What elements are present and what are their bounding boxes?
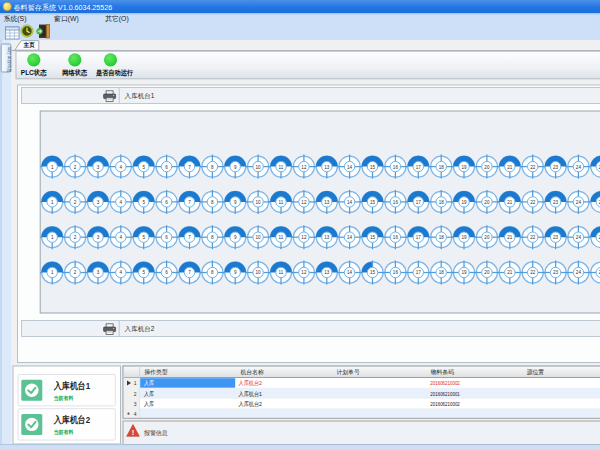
- svg-text:机台名称: 机台名称: [241, 369, 264, 376]
- svg-text:当前有料: 当前有料: [54, 429, 74, 436]
- svg-text:18: 18: [439, 270, 445, 275]
- svg-text:7: 7: [188, 270, 191, 275]
- svg-text:入库机台1: 入库机台1: [53, 380, 90, 391]
- svg-text:10: 10: [256, 200, 262, 205]
- svg-text:2: 2: [134, 391, 137, 397]
- svg-text:13: 13: [324, 235, 330, 240]
- svg-text:2: 2: [74, 235, 77, 240]
- svg-text:4: 4: [120, 165, 123, 170]
- svg-text:是否自动运行: 是否自动运行: [95, 69, 133, 77]
- svg-text:6: 6: [165, 165, 168, 170]
- svg-text:20: 20: [484, 165, 490, 170]
- svg-text:24: 24: [576, 235, 582, 240]
- svg-text:11: 11: [279, 270, 284, 275]
- svg-text:9: 9: [234, 270, 237, 275]
- svg-text:11: 11: [279, 200, 284, 205]
- svg-text:操作类型: 操作类型: [145, 368, 168, 375]
- svg-text:入库机台2: 入库机台2: [53, 414, 90, 425]
- svg-text:15: 15: [370, 270, 376, 275]
- svg-text:10: 10: [256, 235, 262, 240]
- svg-text:6: 6: [165, 235, 168, 240]
- svg-text:17: 17: [416, 270, 422, 275]
- svg-text:当前有料: 当前有料: [54, 395, 74, 402]
- svg-text:1: 1: [51, 165, 54, 170]
- svg-text:入库机台1: 入库机台1: [125, 92, 155, 100]
- svg-text:主页: 主页: [23, 41, 36, 49]
- svg-text:窗口(W): 窗口(W): [54, 15, 79, 23]
- svg-text:PLC状态: PLC状态: [21, 69, 47, 77]
- svg-text:入库机台2: 入库机台2: [239, 400, 263, 408]
- svg-text:16: 16: [393, 165, 399, 170]
- svg-text:15: 15: [370, 235, 376, 240]
- svg-text:21: 21: [507, 165, 513, 170]
- svg-text:23: 23: [553, 235, 559, 240]
- svg-text:14: 14: [347, 200, 353, 205]
- svg-text:17: 17: [416, 165, 422, 170]
- svg-text:23: 23: [553, 270, 559, 275]
- svg-text:22: 22: [530, 270, 536, 275]
- svg-text:13: 13: [324, 165, 330, 170]
- svg-text:源位置: 源位置: [527, 368, 545, 375]
- svg-text:12: 12: [301, 270, 307, 275]
- svg-text:22: 22: [530, 200, 536, 205]
- svg-text:201606210002: 201606210002: [430, 380, 460, 386]
- svg-text:10: 10: [256, 165, 262, 170]
- svg-text:3: 3: [97, 165, 100, 170]
- svg-text:入库: 入库: [144, 400, 154, 407]
- svg-text:1: 1: [51, 200, 54, 205]
- svg-text:15: 15: [370, 200, 376, 205]
- svg-text:16: 16: [393, 235, 399, 240]
- svg-text:17: 17: [416, 235, 422, 240]
- svg-text:20: 20: [484, 235, 490, 240]
- svg-text:24: 24: [576, 200, 582, 205]
- svg-text:1: 1: [134, 380, 137, 386]
- svg-text:16: 16: [393, 270, 399, 275]
- svg-text:23: 23: [553, 165, 559, 170]
- svg-text:21: 21: [507, 200, 513, 205]
- svg-text:2: 2: [74, 165, 77, 170]
- svg-text:18: 18: [439, 235, 445, 240]
- svg-text:5: 5: [142, 235, 145, 240]
- svg-text:18: 18: [439, 165, 445, 170]
- svg-text:报警信息: 报警信息: [143, 429, 168, 437]
- svg-text:5: 5: [142, 200, 145, 205]
- svg-text:入库: 入库: [144, 390, 154, 397]
- svg-text:23: 23: [553, 200, 559, 205]
- svg-text:20: 20: [484, 270, 490, 275]
- svg-text:20: 20: [484, 200, 490, 205]
- svg-text:24: 24: [576, 165, 582, 170]
- svg-text:16: 16: [393, 200, 399, 205]
- svg-text:14: 14: [347, 235, 353, 240]
- svg-text:17: 17: [416, 200, 422, 205]
- svg-text:6: 6: [165, 270, 168, 275]
- svg-text:5: 5: [142, 165, 145, 170]
- svg-text:8: 8: [211, 235, 214, 240]
- svg-text:13: 13: [324, 270, 330, 275]
- svg-text:入库机台2: 入库机台2: [125, 325, 155, 333]
- svg-text:入库机台2: 入库机台2: [239, 379, 263, 387]
- svg-text:9: 9: [234, 200, 237, 205]
- svg-text:!: !: [132, 428, 135, 437]
- svg-text:22: 22: [530, 165, 536, 170]
- svg-text:2: 2: [74, 200, 77, 205]
- svg-text:21: 21: [507, 270, 513, 275]
- svg-text:11: 11: [279, 235, 284, 240]
- svg-text:22: 22: [530, 235, 536, 240]
- svg-text:6: 6: [165, 200, 168, 205]
- svg-text:19: 19: [461, 200, 467, 205]
- svg-text:卷料暂存系统 V1.0.6034.25526: 卷料暂存系统 V1.0.6034.25526: [14, 3, 113, 12]
- svg-text:15: 15: [370, 165, 376, 170]
- svg-text:201606210001: 201606210001: [430, 391, 460, 397]
- svg-text:19: 19: [461, 235, 467, 240]
- svg-text:3: 3: [134, 401, 137, 407]
- svg-text:入库: 入库: [144, 379, 154, 386]
- svg-text:3: 3: [97, 235, 100, 240]
- svg-text:其它(O): 其它(O): [105, 15, 129, 23]
- svg-text:9: 9: [234, 235, 237, 240]
- svg-text:12: 12: [301, 235, 307, 240]
- svg-text:物料条码: 物料条码: [431, 368, 454, 376]
- svg-text:2: 2: [74, 270, 77, 275]
- svg-text:13: 13: [324, 200, 330, 205]
- svg-text:4: 4: [120, 270, 123, 275]
- svg-text:9: 9: [234, 165, 237, 170]
